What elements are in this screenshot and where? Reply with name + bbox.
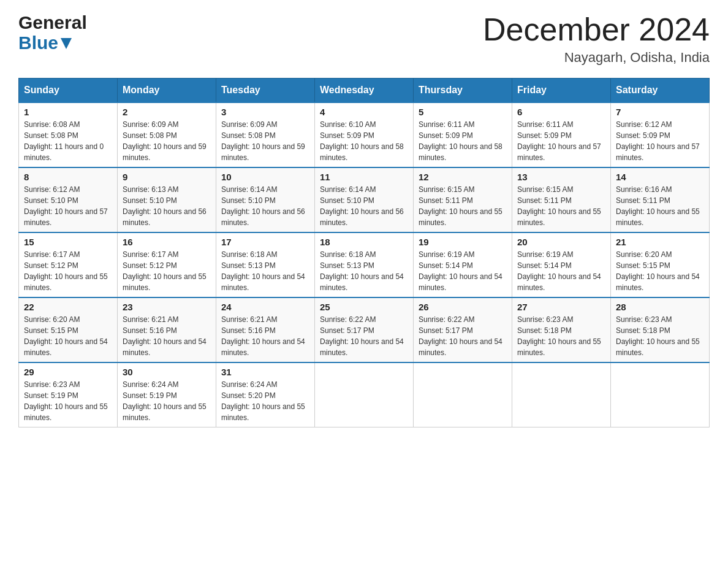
calendar-cell: 9 Sunrise: 6:13 AM Sunset: 5:10 PM Dayli… [118, 167, 216, 232]
day-info: Sunrise: 6:18 AM Sunset: 5:13 PM Dayligh… [320, 249, 408, 293]
day-info: Sunrise: 6:20 AM Sunset: 5:15 PM Dayligh… [24, 314, 112, 358]
calendar-cell: 27 Sunrise: 6:23 AM Sunset: 5:18 PM Dayl… [512, 297, 611, 362]
day-info: Sunrise: 6:24 AM Sunset: 5:20 PM Dayligh… [221, 379, 309, 423]
calendar-cell: 25 Sunrise: 6:22 AM Sunset: 5:17 PM Dayl… [315, 297, 414, 362]
calendar-table: SundayMondayTuesdayWednesdayThursdayFrid… [18, 78, 710, 427]
calendar-cell: 4 Sunrise: 6:10 AM Sunset: 5:09 PM Dayli… [315, 102, 414, 167]
day-number: 8 [24, 172, 112, 182]
day-info: Sunrise: 6:23 AM Sunset: 5:18 PM Dayligh… [616, 314, 704, 358]
calendar-week-row: 15 Sunrise: 6:17 AM Sunset: 5:12 PM Dayl… [19, 232, 710, 297]
day-number: 10 [221, 172, 309, 182]
day-info: Sunrise: 6:20 AM Sunset: 5:15 PM Dayligh… [616, 249, 704, 293]
logo-blue-text: Blue [18, 33, 87, 53]
calendar-cell: 23 Sunrise: 6:21 AM Sunset: 5:16 PM Dayl… [118, 297, 216, 362]
day-number: 4 [320, 107, 408, 117]
calendar-cell: 20 Sunrise: 6:19 AM Sunset: 5:14 PM Dayl… [512, 232, 611, 297]
calendar-cell: 26 Sunrise: 6:22 AM Sunset: 5:17 PM Dayl… [414, 297, 512, 362]
day-number: 16 [123, 237, 211, 247]
calendar-cell: 11 Sunrise: 6:14 AM Sunset: 5:10 PM Dayl… [315, 167, 414, 232]
calendar-cell: 3 Sunrise: 6:09 AM Sunset: 5:08 PM Dayli… [216, 102, 315, 167]
calendar-cell: 24 Sunrise: 6:21 AM Sunset: 5:16 PM Dayl… [216, 297, 315, 362]
calendar-cell: 17 Sunrise: 6:18 AM Sunset: 5:13 PM Dayl… [216, 232, 315, 297]
day-info: Sunrise: 6:16 AM Sunset: 5:11 PM Dayligh… [616, 184, 704, 228]
day-number: 27 [517, 302, 605, 312]
day-number: 15 [24, 237, 112, 247]
day-number: 13 [517, 172, 605, 182]
calendar-cell [611, 362, 710, 427]
calendar-cell [512, 362, 611, 427]
day-number: 31 [221, 367, 309, 377]
day-info: Sunrise: 6:22 AM Sunset: 5:17 PM Dayligh… [320, 314, 408, 358]
day-number: 24 [221, 302, 309, 312]
day-number: 25 [320, 302, 408, 312]
day-number: 1 [24, 107, 112, 117]
calendar-cell: 18 Sunrise: 6:18 AM Sunset: 5:13 PM Dayl… [315, 232, 414, 297]
logo: General Blue [18, 12, 87, 53]
calendar-week-row: 1 Sunrise: 6:08 AM Sunset: 5:08 PM Dayli… [19, 102, 710, 167]
logo-arrow-icon [61, 33, 72, 53]
calendar-cell: 21 Sunrise: 6:20 AM Sunset: 5:15 PM Dayl… [611, 232, 710, 297]
day-info: Sunrise: 6:12 AM Sunset: 5:09 PM Dayligh… [616, 119, 704, 163]
day-info: Sunrise: 6:21 AM Sunset: 5:16 PM Dayligh… [221, 314, 309, 358]
calendar-header-friday: Friday [512, 79, 611, 103]
location-subtitle: Nayagarh, Odisha, India [483, 50, 710, 66]
month-title: December 2024 [483, 12, 710, 47]
day-info: Sunrise: 6:09 AM Sunset: 5:08 PM Dayligh… [221, 119, 309, 163]
calendar-week-row: 29 Sunrise: 6:23 AM Sunset: 5:19 PM Dayl… [19, 362, 710, 427]
calendar-cell: 5 Sunrise: 6:11 AM Sunset: 5:09 PM Dayli… [414, 102, 512, 167]
day-info: Sunrise: 6:18 AM Sunset: 5:13 PM Dayligh… [221, 249, 309, 293]
day-info: Sunrise: 6:23 AM Sunset: 5:19 PM Dayligh… [24, 379, 112, 423]
calendar-cell: 14 Sunrise: 6:16 AM Sunset: 5:11 PM Dayl… [611, 167, 710, 232]
day-number: 6 [517, 107, 605, 117]
calendar-header-monday: Monday [118, 79, 216, 103]
day-info: Sunrise: 6:08 AM Sunset: 5:08 PM Dayligh… [24, 119, 112, 163]
day-number: 19 [419, 237, 507, 247]
day-number: 11 [320, 172, 408, 182]
day-info: Sunrise: 6:22 AM Sunset: 5:17 PM Dayligh… [419, 314, 507, 358]
day-number: 23 [123, 302, 211, 312]
calendar-header-thursday: Thursday [414, 79, 512, 103]
day-info: Sunrise: 6:11 AM Sunset: 5:09 PM Dayligh… [517, 119, 605, 163]
calendar-week-row: 22 Sunrise: 6:20 AM Sunset: 5:15 PM Dayl… [19, 297, 710, 362]
calendar-cell: 12 Sunrise: 6:15 AM Sunset: 5:11 PM Dayl… [414, 167, 512, 232]
day-number: 29 [24, 367, 112, 377]
day-number: 26 [419, 302, 507, 312]
calendar-cell: 8 Sunrise: 6:12 AM Sunset: 5:10 PM Dayli… [19, 167, 118, 232]
day-number: 28 [616, 302, 704, 312]
day-number: 17 [221, 237, 309, 247]
day-info: Sunrise: 6:17 AM Sunset: 5:12 PM Dayligh… [24, 249, 112, 293]
calendar-cell: 30 Sunrise: 6:24 AM Sunset: 5:19 PM Dayl… [118, 362, 216, 427]
calendar-header-tuesday: Tuesday [216, 79, 315, 103]
calendar-cell: 19 Sunrise: 6:19 AM Sunset: 5:14 PM Dayl… [414, 232, 512, 297]
calendar-cell: 6 Sunrise: 6:11 AM Sunset: 5:09 PM Dayli… [512, 102, 611, 167]
day-info: Sunrise: 6:11 AM Sunset: 5:09 PM Dayligh… [419, 119, 507, 163]
logo-general-text: General [18, 12, 87, 33]
day-number: 7 [616, 107, 704, 117]
day-info: Sunrise: 6:14 AM Sunset: 5:10 PM Dayligh… [320, 184, 408, 228]
day-info: Sunrise: 6:13 AM Sunset: 5:10 PM Dayligh… [123, 184, 211, 228]
day-number: 21 [616, 237, 704, 247]
page-header: General Blue December 2024 Nayagarh, Odi… [18, 12, 710, 66]
day-info: Sunrise: 6:15 AM Sunset: 5:11 PM Dayligh… [419, 184, 507, 228]
calendar-cell: 15 Sunrise: 6:17 AM Sunset: 5:12 PM Dayl… [19, 232, 118, 297]
day-number: 9 [123, 172, 211, 182]
day-info: Sunrise: 6:19 AM Sunset: 5:14 PM Dayligh… [419, 249, 507, 293]
day-info: Sunrise: 6:10 AM Sunset: 5:09 PM Dayligh… [320, 119, 408, 163]
day-number: 2 [123, 107, 211, 117]
calendar-cell: 2 Sunrise: 6:09 AM Sunset: 5:08 PM Dayli… [118, 102, 216, 167]
day-number: 12 [419, 172, 507, 182]
calendar-header-row: SundayMondayTuesdayWednesdayThursdayFrid… [19, 79, 710, 103]
day-info: Sunrise: 6:15 AM Sunset: 5:11 PM Dayligh… [517, 184, 605, 228]
calendar-header-wednesday: Wednesday [315, 79, 414, 103]
day-number: 30 [123, 367, 211, 377]
calendar-header-saturday: Saturday [611, 79, 710, 103]
calendar-header-sunday: Sunday [19, 79, 118, 103]
calendar-cell: 13 Sunrise: 6:15 AM Sunset: 5:11 PM Dayl… [512, 167, 611, 232]
day-info: Sunrise: 6:21 AM Sunset: 5:16 PM Dayligh… [123, 314, 211, 358]
calendar-cell: 1 Sunrise: 6:08 AM Sunset: 5:08 PM Dayli… [19, 102, 118, 167]
day-number: 22 [24, 302, 112, 312]
day-info: Sunrise: 6:14 AM Sunset: 5:10 PM Dayligh… [221, 184, 309, 228]
calendar-cell: 10 Sunrise: 6:14 AM Sunset: 5:10 PM Dayl… [216, 167, 315, 232]
svg-marker-0 [61, 38, 72, 49]
calendar-cell: 16 Sunrise: 6:17 AM Sunset: 5:12 PM Dayl… [118, 232, 216, 297]
